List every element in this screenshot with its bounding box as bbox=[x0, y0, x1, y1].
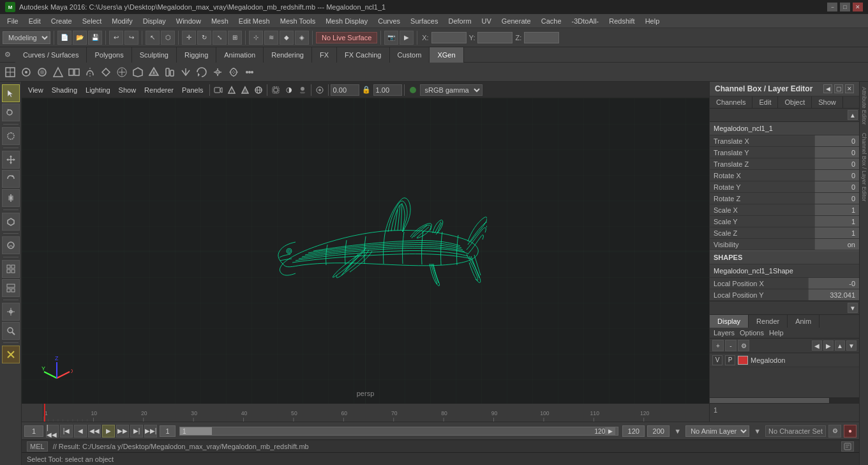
vp-value2-input[interactable] bbox=[373, 84, 402, 96]
menu-mesh-tools[interactable]: Mesh Tools bbox=[276, 16, 320, 26]
render-btn[interactable]: ▶ bbox=[400, 31, 414, 45]
rotate-tool-btn[interactable] bbox=[2, 170, 20, 188]
grid-btn[interactable] bbox=[2, 260, 20, 278]
vp-isolate-btn[interactable]: ◑ bbox=[283, 84, 296, 96]
lasso-tool[interactable]: ⬡ bbox=[161, 31, 175, 45]
xgen-tool-4[interactable] bbox=[50, 65, 66, 80]
vp-smooth-btn[interactable] bbox=[239, 84, 251, 96]
tab-fx-caching[interactable]: FX Caching bbox=[337, 47, 389, 63]
tab-xgen[interactable]: XGen bbox=[430, 47, 463, 63]
object-tab[interactable]: Object bbox=[778, 96, 812, 108]
script-editor-btn[interactable] bbox=[841, 441, 854, 452]
ch-val-ry[interactable]: 0 bbox=[814, 181, 859, 192]
xgen-tool-16[interactable] bbox=[242, 65, 257, 80]
anim-tab[interactable]: Anim bbox=[788, 315, 819, 328]
channel-box-expand-btn[interactable]: ◀ bbox=[823, 84, 832, 93]
undo-btn[interactable]: ↩ bbox=[109, 31, 123, 45]
xgen-tool-5[interactable] bbox=[66, 65, 82, 80]
ch-name-tz[interactable]: Translate Z bbox=[710, 158, 814, 169]
shape-ch-val-lpx[interactable]: -0 bbox=[808, 278, 859, 289]
current-frame-input[interactable] bbox=[24, 425, 43, 437]
layer-options-btn[interactable]: ⚙ bbox=[738, 340, 749, 351]
play-fwd-btn[interactable]: ▶ bbox=[102, 425, 115, 438]
next-key-btn[interactable]: ▶▶ bbox=[116, 425, 129, 438]
ch-val-rz[interactable]: 0 bbox=[814, 193, 859, 204]
ch-name-sy[interactable]: Scale Y bbox=[710, 216, 814, 227]
anim-layer-select[interactable]: No Anim Layer bbox=[685, 425, 749, 437]
vp-color-btn[interactable] bbox=[407, 84, 419, 96]
ch-name-rz[interactable]: Rotate Z bbox=[710, 193, 814, 204]
paint-select-btn[interactable] bbox=[2, 103, 20, 121]
tab-gear-icon[interactable]: ⚙ bbox=[0, 47, 15, 63]
zoom-btn[interactable] bbox=[2, 322, 20, 340]
step-fwd-btn[interactable]: ▶| bbox=[130, 425, 143, 438]
ch-name-ty[interactable]: Translate Y bbox=[710, 147, 814, 158]
layers-hscroll-thumb[interactable] bbox=[710, 398, 829, 403]
save-file-btn[interactable]: 💾 bbox=[88, 31, 102, 45]
scroll-down-btn[interactable]: ▼ bbox=[848, 303, 858, 313]
options-tab-btn[interactable]: Options bbox=[740, 329, 764, 337]
mel-indicator[interactable]: MEL bbox=[27, 441, 48, 452]
show-menu[interactable]: Show bbox=[115, 85, 140, 95]
no-live-surface-btn[interactable]: No Live Surface bbox=[316, 32, 377, 43]
vp-texture-btn[interactable] bbox=[252, 84, 265, 96]
xgen-tool-1[interactable] bbox=[3, 65, 18, 80]
poly-model-btn[interactable] bbox=[2, 213, 20, 231]
layer-color-swatch[interactable] bbox=[738, 356, 748, 365]
lighting-menu[interactable]: Lighting bbox=[82, 85, 114, 95]
auto-key-btn[interactable]: ● bbox=[844, 425, 857, 438]
menu-generate[interactable]: Generate bbox=[497, 16, 535, 26]
move-tool-btn[interactable] bbox=[2, 151, 20, 169]
scale-tool[interactable]: ⤡ bbox=[213, 31, 227, 45]
xgen-tool-14[interactable] bbox=[210, 65, 225, 80]
range-expand-btn[interactable]: ▶ bbox=[605, 427, 615, 435]
menu-cache[interactable]: Cache bbox=[537, 16, 566, 26]
panels-menu[interactable]: Panels bbox=[178, 85, 207, 95]
layers-scroll-right[interactable]: ▶ bbox=[823, 340, 834, 351]
ch-name-sx[interactable]: Scale X bbox=[710, 204, 814, 215]
layers-scroll-left[interactable]: ◀ bbox=[812, 340, 822, 351]
tab-rendering[interactable]: Rendering bbox=[264, 47, 312, 63]
tab-polygons[interactable]: Polygons bbox=[87, 47, 131, 63]
vp-xray-btn[interactable] bbox=[269, 84, 282, 96]
xgen-main-btn[interactable] bbox=[2, 346, 20, 363]
range-start-input[interactable] bbox=[160, 425, 176, 437]
menu-surfaces[interactable]: Surfaces bbox=[406, 16, 442, 26]
tab-sculpting[interactable]: Sculpting bbox=[132, 47, 177, 63]
menu-mesh-display[interactable]: Mesh Display bbox=[321, 16, 372, 26]
snap-surface-btn[interactable]: ◈ bbox=[295, 31, 309, 45]
xgen-tool-13[interactable] bbox=[194, 65, 209, 80]
channel-box-close-btn[interactable]: ✕ bbox=[845, 84, 854, 93]
ch-val-sy[interactable]: 1 bbox=[814, 216, 859, 227]
xgen-tool-3[interactable] bbox=[34, 65, 50, 80]
channel-box-side-tab[interactable]: Channel Box / Layer Editor bbox=[860, 130, 869, 204]
xgen-tool-15[interactable] bbox=[226, 65, 241, 80]
shape-ch-name-lpx[interactable]: Local Position X bbox=[710, 278, 808, 289]
ch-val-sz[interactable]: 1 bbox=[814, 227, 859, 238]
shape-ch-val-lpy[interactable]: 332.041 bbox=[808, 289, 859, 300]
view-menu[interactable]: View bbox=[24, 85, 47, 95]
z-input[interactable] bbox=[524, 32, 559, 43]
tab-rigging[interactable]: Rigging bbox=[177, 47, 216, 63]
channel-box-float-btn[interactable]: ▢ bbox=[834, 84, 843, 93]
shading-menu[interactable]: Shading bbox=[48, 85, 81, 95]
vp-ssao-btn[interactable] bbox=[313, 84, 326, 96]
layout-btn[interactable] bbox=[2, 279, 20, 297]
step-back-btn[interactable]: |◀ bbox=[60, 425, 73, 438]
snap-point-btn[interactable]: ◆ bbox=[280, 31, 294, 45]
menu-select[interactable]: Select bbox=[78, 16, 107, 26]
menu-3dtoall[interactable]: -3DtoAll- bbox=[567, 16, 604, 26]
tab-custom[interactable]: Custom bbox=[390, 47, 430, 63]
rotate-tool[interactable]: ↻ bbox=[197, 31, 211, 45]
xgen-tool-7[interactable] bbox=[98, 65, 114, 80]
ch-name-vis[interactable]: Visibility bbox=[710, 239, 814, 250]
y-input[interactable] bbox=[477, 32, 513, 43]
xgen-tool-2[interactable] bbox=[19, 65, 34, 80]
go-end-btn[interactable]: ▶▶| bbox=[144, 425, 157, 438]
tab-curves-surfaces[interactable]: Curves / Surfaces bbox=[15, 47, 87, 63]
scroll-up-btn[interactable]: ▲ bbox=[848, 110, 858, 120]
menu-display[interactable]: Display bbox=[138, 16, 170, 26]
xgen-tool-6[interactable] bbox=[82, 65, 98, 80]
snap-btn[interactable] bbox=[2, 303, 20, 321]
menu-edit-mesh[interactable]: Edit Mesh bbox=[234, 16, 274, 26]
